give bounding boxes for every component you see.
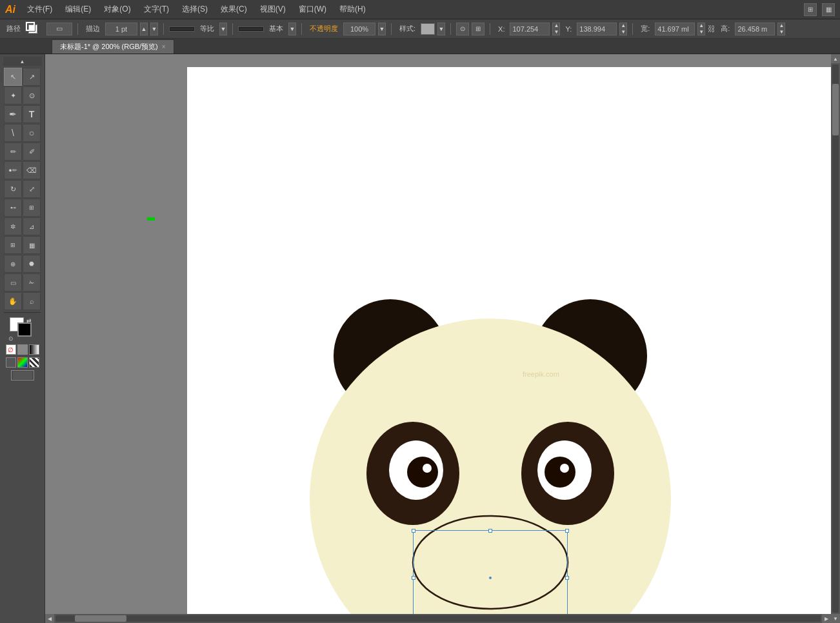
tabbar: 未标题-1* @ 200% (RGB/预览) × bbox=[0, 39, 840, 54]
gradient-tool[interactable]: ▦ bbox=[23, 236, 41, 254]
svg-point-5 bbox=[407, 457, 438, 488]
artboard-tool[interactable]: ▭ bbox=[4, 273, 22, 292]
stroke-swatch[interactable] bbox=[17, 322, 32, 337]
line-tool[interactable]: \ bbox=[4, 124, 22, 142]
canvas-area[interactable]: freepik.com ▲ ▼ ◀ ▶ bbox=[45, 54, 840, 623]
fill-stroke-indicator[interactable] bbox=[26, 22, 44, 36]
color-icon[interactable] bbox=[17, 344, 28, 355]
handle-mr[interactable] bbox=[565, 576, 569, 580]
tab-close-btn[interactable]: × bbox=[162, 43, 166, 50]
toolbox-scroll-up[interactable]: ▲ bbox=[3, 57, 42, 66]
color-mode-icon[interactable] bbox=[17, 357, 28, 368]
mesh-tool[interactable]: ⊞ bbox=[4, 236, 22, 254]
line-style2-preview[interactable] bbox=[238, 26, 264, 32]
path-label: 路径 bbox=[4, 24, 23, 34]
menu-window[interactable]: 窗口(W) bbox=[295, 3, 330, 16]
style-swatch[interactable] bbox=[421, 23, 435, 35]
grayscale-icon[interactable] bbox=[6, 357, 16, 368]
opacity-input[interactable] bbox=[343, 23, 375, 35]
menu-select[interactable]: 选择(S) bbox=[178, 3, 212, 16]
eraser-tool[interactable]: ⌫ bbox=[23, 161, 41, 179]
type-tool[interactable]: T bbox=[23, 105, 41, 123]
menu-effect[interactable]: 效果(C) bbox=[217, 3, 251, 16]
none-icon[interactable]: ∅ bbox=[6, 344, 16, 355]
perspective-grid-tool[interactable]: ⊿ bbox=[23, 217, 41, 235]
y-input[interactable] bbox=[577, 23, 617, 35]
menu-edit[interactable]: 编辑(E) bbox=[61, 3, 95, 16]
rotate-tool[interactable]: ↻ bbox=[4, 180, 22, 198]
line-style2-dropdown[interactable]: ▼ bbox=[288, 23, 296, 35]
svg-point-9 bbox=[545, 457, 575, 488]
w-stepper[interactable]: ▲▼ bbox=[697, 23, 705, 35]
reset-colors-icon[interactable]: ⊙ bbox=[8, 335, 14, 342]
stroke-down-btn[interactable]: ▼ bbox=[150, 23, 158, 35]
paintbrush-tool[interactable]: ✏ bbox=[4, 143, 22, 161]
shape-builder-tool[interactable]: ⊕ bbox=[4, 255, 22, 273]
handle-ml[interactable] bbox=[412, 576, 415, 580]
h-input[interactable] bbox=[735, 23, 775, 35]
grid-icon-btn[interactable]: ⊞ bbox=[804, 3, 817, 16]
ellipse-tool[interactable]: ○ bbox=[23, 124, 41, 142]
gradient-icon[interactable] bbox=[29, 344, 39, 355]
y-stepper[interactable]: ▲▼ bbox=[619, 23, 627, 35]
scroll-left-btn[interactable]: ◀ bbox=[45, 614, 54, 623]
pen-tool[interactable]: ✒ bbox=[4, 105, 22, 123]
tool-row-11: ⊕ ⬣ bbox=[1, 255, 43, 273]
align-icon-btn[interactable]: ⊞ bbox=[472, 23, 485, 35]
handle-tl[interactable] bbox=[412, 529, 415, 533]
scrollbar-vertical[interactable]: ▲ ▼ bbox=[831, 54, 840, 623]
scrollbar-horizontal[interactable]: ◀ ▶ bbox=[45, 614, 831, 623]
style-dropdown[interactable]: ▼ bbox=[437, 23, 445, 35]
scale-tool[interactable]: ⤢ bbox=[23, 180, 41, 198]
stroke-shape-dropdown[interactable]: ▭ bbox=[46, 23, 72, 35]
tool-row-3: ✒ T bbox=[1, 105, 43, 123]
swap-colors-icon[interactable]: ⇄ bbox=[26, 317, 32, 324]
toolbox: ▲ ↖ ↗ ✦ ⊙ ✒ T \ ○ ✏ ✐ ●✏ ⌫ ↻ ⤢ bbox=[0, 54, 45, 623]
x-input[interactable] bbox=[510, 23, 550, 35]
opacity-dropdown[interactable]: ▼ bbox=[378, 23, 386, 35]
scroll-thumb-v[interactable] bbox=[832, 84, 839, 135]
scroll-down-btn[interactable]: ▼ bbox=[831, 614, 840, 623]
x-stepper[interactable]: ▲▼ bbox=[552, 23, 560, 35]
reshape-tool[interactable]: ⊷ bbox=[4, 199, 22, 217]
slice-tool[interactable]: ✁ bbox=[23, 273, 41, 292]
scroll-thumb-h[interactable] bbox=[75, 615, 126, 622]
handle-tr[interactable] bbox=[565, 529, 569, 533]
web-icon-btn[interactable]: ⊙ bbox=[456, 23, 469, 35]
document-tab[interactable]: 未标题-1* @ 200% (RGB/预览) × bbox=[52, 39, 174, 54]
live-paint-tool[interactable]: ⬣ bbox=[23, 255, 41, 273]
menu-view[interactable]: 视图(V) bbox=[256, 3, 290, 16]
direct-selection-tool[interactable]: ↗ bbox=[23, 68, 41, 86]
hand-tool[interactable]: ✋ bbox=[4, 292, 22, 310]
pattern-icon[interactable] bbox=[29, 357, 39, 368]
pencil-tool[interactable]: ✐ bbox=[23, 143, 41, 161]
scroll-up-btn[interactable]: ▲ bbox=[831, 54, 840, 63]
scroll-right-btn[interactable]: ▶ bbox=[822, 614, 831, 623]
line-style1-preview[interactable] bbox=[169, 26, 195, 32]
stroke-up-btn[interactable]: ▲ bbox=[140, 23, 148, 35]
stroke-width-input[interactable] bbox=[105, 23, 137, 35]
selection-tool[interactable]: ↖ bbox=[4, 68, 22, 86]
magic-wand-tool[interactable]: ✦ bbox=[4, 86, 22, 104]
arrange-icon-btn[interactable]: ▦ bbox=[822, 3, 835, 16]
tab-title: 未标题-1* @ 200% (RGB/预览) bbox=[60, 42, 158, 52]
lasso-tool[interactable]: ⊙ bbox=[23, 86, 41, 104]
menu-file[interactable]: 文件(F) bbox=[23, 3, 56, 16]
sep4 bbox=[301, 23, 302, 35]
link-proportions-icon[interactable]: ⛓ bbox=[708, 25, 715, 34]
canvas-color-icon[interactable] bbox=[11, 370, 34, 381]
line-style1-dropdown[interactable]: ▼ bbox=[219, 23, 227, 35]
blob-brush-tool[interactable]: ●✏ bbox=[4, 161, 22, 179]
free-transform-tool[interactable]: ⊞ bbox=[23, 199, 41, 217]
w-input[interactable] bbox=[655, 23, 695, 35]
puppet-warp-tool[interactable]: ✲ bbox=[4, 217, 22, 235]
menu-help[interactable]: 帮助(H) bbox=[335, 3, 370, 16]
handle-tc[interactable] bbox=[488, 529, 492, 533]
color-swatches: ⇄ ⊙ ∅ bbox=[1, 317, 43, 381]
zoom-tool[interactable]: ⌕ bbox=[23, 292, 41, 310]
h-stepper[interactable]: ▲▼ bbox=[777, 23, 785, 35]
toolbar: 路径 ▭ 描边 ▲ ▼ 等比 ▼ 基本 ▼ 不透明度 ▼ 样式: ▼ ⊙ ⊞ X… bbox=[0, 19, 840, 39]
menu-object[interactable]: 对象(O) bbox=[100, 3, 134, 16]
tool-row-7: ↻ ⤢ bbox=[1, 180, 43, 198]
menu-type[interactable]: 文字(T) bbox=[140, 3, 173, 16]
